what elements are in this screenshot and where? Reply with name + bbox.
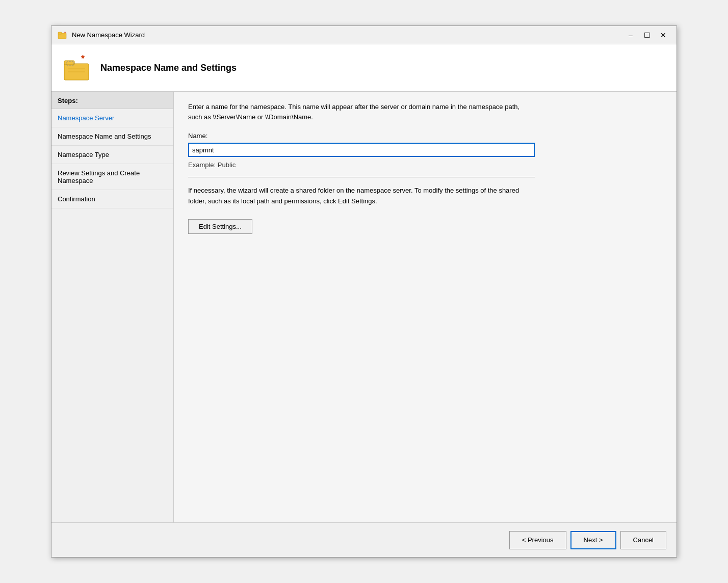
maximize-button[interactable]: ☐ bbox=[640, 30, 654, 40]
footer: < Previous Next > Cancel bbox=[51, 522, 677, 557]
svg-rect-4 bbox=[64, 61, 74, 65]
svg-text:*: * bbox=[81, 54, 85, 64]
sidebar-item-review-settings[interactable]: Review Settings and Create Namespace bbox=[51, 164, 173, 190]
window-title: New Namespace Wizard bbox=[72, 31, 145, 39]
previous-button[interactable]: < Previous bbox=[509, 531, 566, 549]
name-label: Name: bbox=[188, 132, 662, 140]
minimize-button[interactable]: – bbox=[623, 30, 638, 40]
name-input[interactable] bbox=[188, 143, 535, 157]
sidebar-item-confirmation[interactable]: Confirmation bbox=[51, 190, 173, 208]
main-window: * New Namespace Wizard – ☐ ✕ * Namespace… bbox=[51, 25, 677, 558]
svg-rect-1 bbox=[58, 32, 62, 34]
title-bar-left: * New Namespace Wizard bbox=[58, 30, 145, 40]
main-content: Enter a name for the namespace. This nam… bbox=[174, 92, 677, 522]
window-icon: * bbox=[58, 30, 68, 40]
divider bbox=[188, 177, 535, 177]
example-text: Example: Public bbox=[188, 161, 662, 169]
next-button[interactable]: Next > bbox=[570, 531, 616, 549]
header-title: Namespace Name and Settings bbox=[100, 63, 237, 73]
sidebar-item-namespace-type[interactable]: Namespace Type bbox=[51, 146, 173, 164]
sidebar: Steps: Namespace Server Namespace Name a… bbox=[51, 92, 174, 522]
title-bar: * New Namespace Wizard – ☐ ✕ bbox=[51, 26, 677, 44]
info-text: If necessary, the wizard will create a s… bbox=[188, 186, 535, 207]
sidebar-item-namespace-name[interactable]: Namespace Name and Settings bbox=[51, 127, 173, 146]
close-button[interactable]: ✕ bbox=[656, 30, 670, 40]
cancel-button[interactable]: Cancel bbox=[620, 531, 666, 549]
header-icon: * bbox=[62, 52, 92, 83]
header-section: * Namespace Name and Settings bbox=[51, 44, 677, 92]
title-bar-controls: – ☐ ✕ bbox=[623, 30, 670, 40]
sidebar-item-namespace-server[interactable]: Namespace Server bbox=[51, 109, 173, 127]
description-text: Enter a name for the namespace. This nam… bbox=[188, 102, 535, 122]
content-area: Steps: Namespace Server Namespace Name a… bbox=[51, 92, 677, 522]
edit-settings-button[interactable]: Edit Settings... bbox=[188, 219, 252, 234]
steps-label: Steps: bbox=[51, 92, 173, 109]
